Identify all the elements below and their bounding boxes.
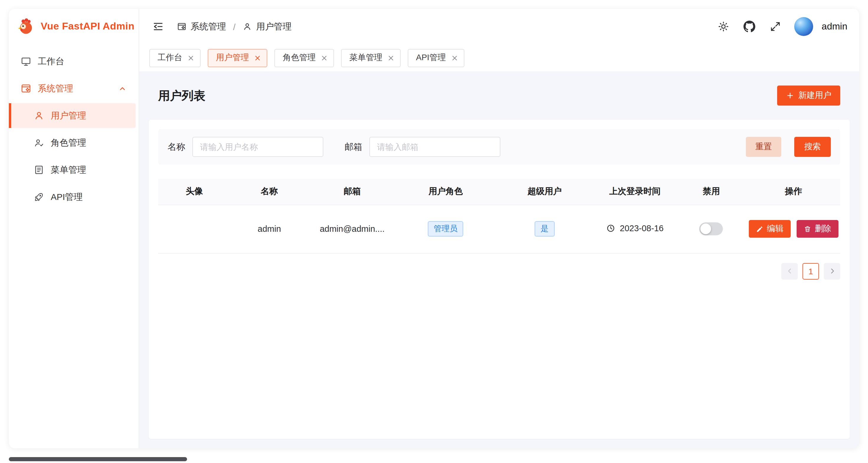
chevron-up-icon [118,84,127,93]
page-header: 用户列表 新建用户 [149,71,850,120]
rooster-logo-icon [17,18,35,35]
sidebar-item-label: 用户管理 [51,110,86,121]
filter-bar: 名称 邮箱 重置 搜索 [158,129,840,165]
email-filter-label: 邮箱 [345,141,362,153]
chevron-left-icon [786,267,793,275]
breadcrumb-label: 用户管理 [256,21,291,32]
sidebar-item-workbench[interactable]: 工作台 [12,49,135,74]
tab-api[interactable]: API管理 [408,49,464,67]
sidebar-item-system[interactable]: 系统管理 [12,76,135,101]
theme-sun-icon [718,21,730,32]
delete-button[interactable]: 删除 [797,220,838,238]
close-icon[interactable] [254,55,261,61]
user-list-card: 名称 邮箱 重置 搜索 [149,120,850,439]
trash-icon [804,225,811,233]
close-icon[interactable] [321,55,328,61]
theme-toggle-button[interactable] [717,20,731,34]
column-header-last-login: 上次登录时间 [594,179,676,205]
user-icon [34,110,44,121]
sidebar: Vue FastAPI Admin 工作台 [9,9,139,448]
sidebar-item-label: 系统管理 [38,83,73,94]
column-header-role: 用户角色 [396,179,495,205]
chevron-right-icon [828,267,836,275]
last-login-cell: 2023-08-16 [594,205,676,253]
sidebar-collapse-button[interactable] [151,20,165,34]
tab-label: 角色管理 [283,53,316,63]
api-rocket-icon [34,192,44,202]
reset-button[interactable]: 重置 [746,137,781,157]
github-icon [744,21,755,32]
sidebar-item-roles[interactable]: 角色管理 [12,130,135,155]
delete-button-label: 删除 [815,224,831,234]
sidebar-menu: 工作台 系统管理 [9,44,139,214]
new-user-button[interactable]: 新建用户 [777,86,840,106]
table-row: admin admin@admin.... 管理员 是 [158,205,840,253]
search-button[interactable]: 搜索 [794,137,831,157]
close-icon[interactable] [188,55,194,61]
app-logo[interactable]: Vue FastAPI Admin [9,9,139,44]
tab-workbench[interactable]: 工作台 [149,49,200,67]
close-icon[interactable] [388,55,394,61]
main-area: 系统管理 / 用户管理 [139,9,859,448]
sidebar-item-menus[interactable]: 菜单管理 [12,158,135,182]
pagination: 1 [158,263,840,279]
pagination-page-1[interactable]: 1 [803,263,819,279]
sidebar-item-api[interactable]: API管理 [12,185,135,209]
horizontal-scrollbar-thumb[interactable] [9,457,187,461]
actions-cell: 编辑 删除 [747,205,840,253]
tab-menus[interactable]: 菜单管理 [341,49,401,67]
username-label[interactable]: admin [822,21,847,32]
page-content: 用户列表 新建用户 名称 邮箱 重置 [139,71,859,448]
avatar-cell [158,205,230,253]
sidebar-item-users[interactable]: 用户管理 [9,103,136,128]
pagination-prev-button[interactable] [781,263,798,279]
user-avatar[interactable] [795,17,813,36]
fullscreen-icon [770,21,781,32]
disable-toggle[interactable] [700,222,723,235]
column-header-superuser: 超级用户 [495,179,594,205]
edit-button-label: 编辑 [767,224,784,234]
sidebar-item-label: 角色管理 [51,137,86,148]
tab-label: 菜单管理 [349,53,382,63]
disabled-cell [676,205,747,253]
new-user-button-label: 新建用户 [798,90,831,101]
pagination-next-button[interactable] [824,263,840,279]
close-icon[interactable] [451,55,458,61]
role-cell: 管理员 [396,205,495,253]
email-cell: admin@admin.... [308,205,396,253]
sidebar-item-label: 工作台 [38,56,64,67]
admin-app: Vue FastAPI Admin 工作台 [9,9,859,448]
tab-label: 工作台 [158,53,182,63]
column-header-actions: 操作 [747,179,840,205]
edit-button[interactable]: 编辑 [749,220,791,238]
column-header-name: 名称 [230,179,308,205]
system-settings-icon [177,22,186,31]
fullscreen-button[interactable] [769,20,783,34]
role-icon [34,137,44,148]
tab-label: 用户管理 [216,53,249,63]
tab-users[interactable]: 用户管理 [208,49,267,67]
sidebar-item-label: 菜单管理 [51,164,86,175]
tab-roles[interactable]: 角色管理 [274,49,334,67]
menu-list-icon [34,165,44,175]
name-cell: admin [230,205,308,253]
breadcrumb-label: 系统管理 [191,21,226,32]
menu-fold-icon [152,21,164,32]
breadcrumb-item-system[interactable]: 系统管理 [177,21,226,32]
clock-icon [606,223,616,233]
workbench-icon [21,56,31,67]
tab-label: API管理 [416,53,446,63]
email-filter-input[interactable] [369,137,500,157]
app-window: Vue FastAPI Admin 工作台 [0,0,868,463]
breadcrumb-item-users[interactable]: 用户管理 [243,21,291,32]
role-badge: 管理员 [428,221,464,237]
github-link-button[interactable] [743,20,757,34]
plus-icon [786,91,794,100]
pencil-icon [756,225,764,233]
header-actions: admin [717,17,847,36]
last-login-value: 2023-08-16 [620,223,663,233]
column-header-avatar: 头像 [158,179,230,205]
superuser-badge: 是 [535,221,554,237]
name-filter-input[interactable] [192,137,323,157]
page-title: 用户列表 [158,88,205,103]
